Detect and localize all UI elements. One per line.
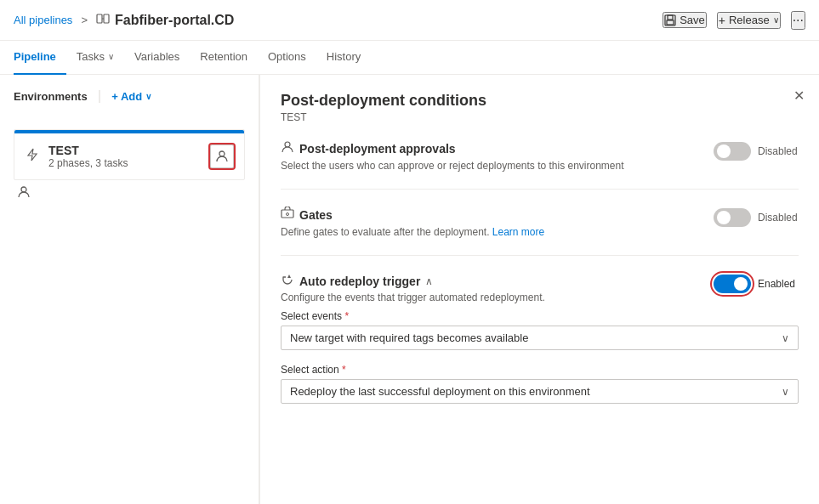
release-chevron: ∨ bbox=[773, 15, 779, 25]
auto-redeploy-title-row: Auto redeploy trigger ∧ bbox=[281, 273, 714, 289]
approvals-desc: Select the users who can approve or reje… bbox=[281, 160, 714, 172]
env-person-indicator bbox=[17, 185, 245, 199]
release-label: Release bbox=[729, 14, 770, 26]
auto-redeploy-title: Auto redeploy trigger bbox=[299, 275, 420, 288]
save-label: Save bbox=[680, 14, 705, 26]
auto-redeploy-toggle-label: Enabled bbox=[758, 278, 799, 290]
auto-redeploy-left: Auto redeploy trigger ∧ Configure the ev… bbox=[281, 273, 714, 303]
select-events-value: New target with required tags becomes av… bbox=[290, 331, 528, 344]
env-name: TEST bbox=[48, 144, 202, 157]
environments-label: Environments bbox=[14, 90, 88, 103]
svg-rect-4 bbox=[668, 15, 673, 20]
panel-subtitle: TEST bbox=[281, 111, 799, 123]
auto-redeploy-row: Auto redeploy trigger ∧ Configure the ev… bbox=[281, 273, 799, 303]
approvals-icon bbox=[281, 140, 294, 156]
dropdown-chevron-icon: ∨ bbox=[782, 332, 789, 344]
required-marker-2: * bbox=[342, 364, 346, 376]
svg-rect-5 bbox=[667, 20, 674, 25]
plus-icon: + bbox=[719, 14, 725, 27]
env-approver-button[interactable] bbox=[210, 144, 234, 168]
approvals-toggle-area: Disabled bbox=[714, 142, 799, 161]
approvals-row: Post-deployment approvals Select the use… bbox=[281, 140, 799, 172]
svg-marker-6 bbox=[28, 149, 37, 161]
gates-title: Gates bbox=[299, 208, 333, 222]
gates-title-row: Gates bbox=[281, 207, 714, 223]
tab-options[interactable]: Options bbox=[258, 41, 316, 75]
nav-tabs: Pipeline Tasks ∨ Variables Retention Opt… bbox=[0, 41, 819, 75]
auto-redeploy-toggle-area: Enabled bbox=[714, 275, 799, 293]
approvals-toggle[interactable] bbox=[714, 142, 751, 161]
approvals-title-row: Post-deployment approvals bbox=[281, 140, 714, 156]
tab-history[interactable]: History bbox=[316, 41, 371, 75]
panel-title: Post-deployment conditions bbox=[281, 92, 799, 110]
select-events-section: Select events * New target with required… bbox=[281, 310, 799, 350]
top-bar-left: All pipelines > Fabfiber-portal.CD bbox=[14, 12, 234, 28]
env-info: TEST 2 phases, 3 tasks bbox=[48, 144, 202, 169]
gates-row: Gates Define gates to evaluate after the… bbox=[281, 207, 799, 238]
top-bar: All pipelines > Fabfiber-portal.CD Save … bbox=[0, 0, 819, 41]
tab-tasks[interactable]: Tasks ∨ bbox=[66, 41, 124, 75]
select-action-dropdown[interactable]: Redeploy the last successful deployment … bbox=[281, 379, 799, 404]
close-button[interactable]: ✕ bbox=[788, 85, 809, 105]
gates-left: Gates Define gates to evaluate after the… bbox=[281, 207, 714, 238]
pipeline-title: Fabfiber-portal.CD bbox=[115, 13, 234, 28]
environments-header: Environments | + Add ∨ bbox=[14, 88, 245, 104]
gates-learn-more-link[interactable]: Learn more bbox=[492, 226, 544, 238]
svg-point-9 bbox=[285, 142, 290, 147]
select-action-label: Select action * bbox=[281, 364, 799, 376]
gates-toggle[interactable] bbox=[714, 208, 751, 227]
gates-toggle-area: Disabled bbox=[714, 208, 799, 227]
toggle-knob bbox=[717, 144, 731, 158]
select-action-value: Redeploy the last successful deployment … bbox=[290, 385, 590, 398]
auto-redeploy-desc: Configure the events that trigger automa… bbox=[281, 292, 714, 303]
tab-pipeline[interactable]: Pipeline bbox=[14, 41, 66, 75]
approvals-left: Post-deployment approvals Select the use… bbox=[281, 140, 714, 172]
env-lightning-icon bbox=[25, 147, 40, 166]
divider-1 bbox=[281, 189, 799, 190]
breadcrumb-sep: > bbox=[81, 14, 88, 26]
approvals-title: Post-deployment approvals bbox=[299, 142, 456, 156]
approvals-toggle-label: Disabled bbox=[758, 145, 799, 157]
pipeline-icon bbox=[96, 12, 110, 28]
env-separator: | bbox=[98, 88, 101, 104]
env-card-body: TEST 2 phases, 3 tasks bbox=[14, 133, 244, 179]
select-events-dropdown[interactable]: New target with required tags becomes av… bbox=[281, 326, 799, 350]
top-bar-right: Save + Release ∨ ··· bbox=[663, 11, 805, 30]
tab-retention[interactable]: Retention bbox=[190, 41, 258, 75]
gates-desc: Define gates to evaluate after the deplo… bbox=[281, 226, 714, 238]
more-button[interactable]: ··· bbox=[791, 11, 805, 30]
tasks-chevron-icon: ∨ bbox=[108, 52, 114, 61]
svg-point-7 bbox=[219, 151, 225, 156]
left-panel: Environments | + Add ∨ TEST 2 phases, 3 … bbox=[0, 75, 259, 504]
save-button[interactable]: Save bbox=[663, 12, 707, 28]
env-card-test: TEST 2 phases, 3 tasks bbox=[14, 129, 245, 180]
svg-rect-10 bbox=[282, 210, 293, 218]
required-marker: * bbox=[344, 310, 349, 322]
main-content: Environments | + Add ∨ TEST 2 phases, 3 … bbox=[0, 75, 819, 504]
svg-marker-12 bbox=[287, 275, 291, 278]
toggle-knob bbox=[717, 211, 731, 224]
add-environment-button[interactable]: + Add ∨ bbox=[111, 90, 151, 103]
select-events-label: Select events * bbox=[281, 310, 799, 322]
tab-variables[interactable]: Variables bbox=[124, 41, 190, 75]
auto-redeploy-toggle[interactable] bbox=[714, 275, 751, 293]
release-button[interactable]: + Release ∨ bbox=[717, 12, 781, 29]
env-sub: 2 phases, 3 tasks bbox=[48, 157, 202, 169]
auto-redeploy-collapse-icon[interactable]: ∧ bbox=[425, 275, 433, 287]
conditions-panel: ✕ Post-deployment conditions TEST Post-d… bbox=[259, 75, 819, 504]
toggle-knob bbox=[734, 277, 748, 291]
select-action-section: Select action * Redeploy the last succes… bbox=[281, 364, 799, 404]
auto-redeploy-icon bbox=[281, 273, 294, 289]
svg-point-8 bbox=[21, 187, 26, 192]
divider-2 bbox=[281, 255, 799, 256]
add-chevron-icon: ∨ bbox=[145, 92, 151, 101]
gates-icon bbox=[281, 207, 294, 223]
svg-rect-1 bbox=[104, 14, 109, 23]
breadcrumb-parent[interactable]: All pipelines bbox=[14, 14, 72, 26]
dropdown-chevron-2-icon: ∨ bbox=[782, 386, 789, 398]
svg-point-11 bbox=[287, 213, 289, 216]
svg-rect-0 bbox=[97, 14, 102, 23]
gates-toggle-label: Disabled bbox=[758, 212, 799, 224]
